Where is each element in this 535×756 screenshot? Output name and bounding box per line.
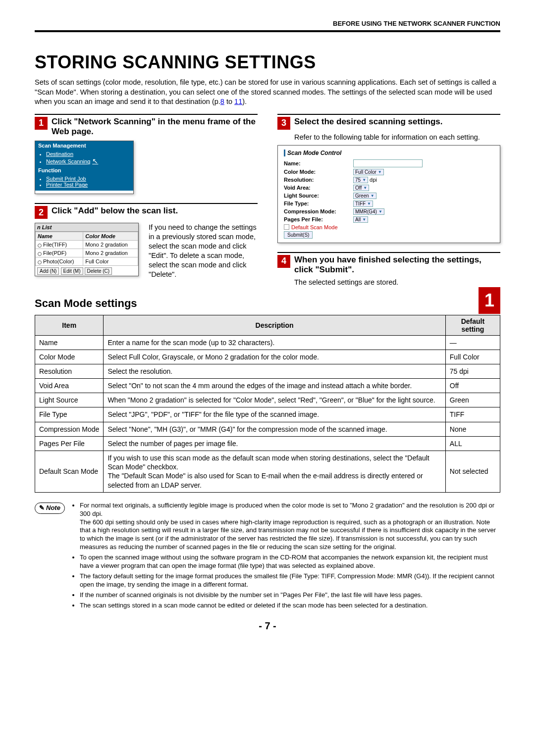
step-3-title: Select the desired scanning settings. (294, 117, 442, 127)
ctrl-label: Light Source: (284, 193, 353, 199)
cell-desc: Select "On" to not scan the 4 mm around … (104, 379, 445, 393)
step-2-title: Click "Add" below the scan list. (52, 206, 178, 216)
note-item: The scan settings stored in a scan mode … (80, 602, 500, 610)
cell-item: File Type (35, 407, 104, 422)
screenshot-web-menu: Scan Management Destination Network Scan… (35, 141, 134, 194)
note-item: If the number of scanned originals is no… (80, 591, 500, 600)
cell-item: Light Source (35, 393, 104, 407)
page-link-8[interactable]: 8 (220, 98, 224, 105)
intro-text-a: Sets of scan settings (color mode, resol… (35, 78, 496, 105)
menu-item-destination: Destination (46, 151, 73, 157)
cursor-icon: ↖ (92, 157, 98, 165)
ctrl-label: Pages Per File: (284, 216, 353, 222)
ctrl-select: TIFF (353, 201, 373, 207)
ctrl-label: Void Area: (284, 185, 353, 191)
cell-item: Compression Mode (35, 422, 104, 436)
cell-desc: If you wish to use this scan mode as the… (104, 451, 445, 493)
table-row: ResolutionSelect the resolution.75 dpi (35, 364, 500, 378)
th-default: Default setting (445, 315, 500, 335)
cell-default: Off (445, 379, 500, 393)
cell-desc: Select "JPG", "PDF", or "TIFF" for the f… (104, 407, 445, 422)
header-rule (35, 30, 500, 32)
step-4-title: When you have finished selecting the set… (294, 255, 500, 275)
th-item: Item (35, 315, 104, 335)
step-4-desc: The selected settings are stored. (294, 278, 500, 287)
step-rule (277, 114, 500, 115)
note-label: Note (46, 504, 60, 512)
step-rule (35, 114, 258, 115)
running-header: BEFORE USING THE NETWORK SCANNER FUNCTIO… (35, 20, 500, 30)
step-number-icon: 3 (277, 117, 290, 130)
cell-desc: Select the number of pages per image fil… (104, 436, 445, 451)
step-3-head: 3 Select the desired scanning settings. (277, 117, 500, 130)
page-number: - 7 - (35, 620, 500, 632)
step-2-desc: If you need to change the settings in a … (149, 223, 258, 279)
cell-desc: Select "None", "MH (G3)", or "MMR (G4)" … (104, 422, 445, 436)
cell-item: Default Scan Mode (35, 451, 104, 493)
delete-button: Delete (C) (85, 267, 112, 275)
step-4-head: 4 When you have finished selecting the s… (277, 255, 500, 275)
intro-text-end: ). (242, 98, 247, 105)
table-row: Void AreaSelect "On" to not scan the 4 m… (35, 379, 500, 393)
note-item: The factory default setting for the imag… (80, 572, 500, 589)
cell-item: Void Area (35, 379, 104, 393)
note-item: For normal text originals, a sufficientl… (80, 502, 500, 552)
cell-desc: When "Mono 2 gradation" is selected for … (104, 393, 445, 407)
list-cell: Mono 2 gradation (83, 241, 138, 249)
list-row: File(PDF)Mono 2 gradation (36, 249, 138, 257)
step-rule (277, 252, 500, 253)
step-number-icon: 2 (35, 206, 48, 219)
cell-item: Color Mode (35, 350, 104, 364)
ctrl-label: Name: (284, 160, 353, 166)
ctrl-checkbox-label: Default Scan Mode (291, 224, 338, 230)
menu-item-submit-job: Submit Print Job (46, 176, 86, 182)
list-row: File(TIFF)Mono 2 gradation (36, 241, 138, 249)
menu-section-scan: Scan Management (35, 141, 133, 150)
chapter-tab: 1 (479, 287, 500, 314)
ctrl-select: Full Color (353, 169, 384, 175)
step-number-icon: 4 (277, 255, 290, 268)
ctrl-suffix: dpi (370, 177, 377, 183)
list-caption: n List (35, 223, 138, 232)
list-cell: Photo(Color) (43, 258, 74, 264)
menu-item-network-scanning: Network Scanning (46, 158, 90, 164)
table-row: Default Scan ModeIf you wish to use this… (35, 451, 500, 493)
cell-default: 75 dpi (445, 364, 500, 378)
ctrl-label: Color Mode: (284, 169, 353, 175)
ctrl-select: Off (353, 185, 369, 191)
ctrl-input-name (353, 159, 423, 167)
intro-paragraph: Sets of scan settings (color mode, resol… (35, 78, 500, 107)
menu-section-function: Function (35, 166, 133, 175)
notes-list: For normal text originals, a sufficientl… (71, 502, 500, 612)
ctrl-label: Compression Mode: (284, 208, 353, 214)
cell-item: Pages Per File (35, 436, 104, 451)
radio-icon (38, 260, 42, 264)
table-row: Compression ModeSelect "None", "MH (G3)"… (35, 422, 500, 436)
step-2-head: 2 Click "Add" below the scan list. (35, 206, 258, 219)
ctrl-select: MMR(G4) (353, 208, 384, 215)
page-link-11[interactable]: 11 (234, 98, 242, 105)
ctrl-select: All (353, 216, 368, 223)
screenshot-scan-mode-control: Scan Mode Control Name: Color Mode:Full … (277, 145, 500, 243)
table-row: Light SourceWhen "Mono 2 gradation" is s… (35, 393, 500, 407)
list-th-color: Color Mode (83, 232, 138, 241)
cell-default: Full Color (445, 350, 500, 364)
ctrl-label: Resolution: (284, 177, 353, 183)
cell-item: Name (35, 335, 104, 350)
table-row: NameEnter a name for the scan mode (up t… (35, 335, 500, 350)
step-rule (35, 203, 258, 204)
list-th-name: Name (36, 232, 83, 241)
cell-default: None (445, 422, 500, 436)
cell-default: Not selected (445, 451, 500, 493)
note-badge-icon: Note (35, 503, 65, 514)
ctrl-label: File Type: (284, 201, 353, 206)
menu-item-test-page: Printer Test Page (46, 182, 88, 188)
cell-desc: Select Full Color, Grayscale, or Mono 2 … (104, 350, 445, 364)
step-number-icon: 1 (35, 117, 48, 130)
add-button: Add (N) (37, 267, 59, 275)
edit-button: Edit (M) (61, 267, 83, 275)
table-row: Pages Per FileSelect the number of pages… (35, 436, 500, 451)
radio-icon (38, 244, 42, 248)
ctrl-select: Green (353, 193, 376, 199)
cell-desc: Select the resolution. (104, 364, 445, 378)
